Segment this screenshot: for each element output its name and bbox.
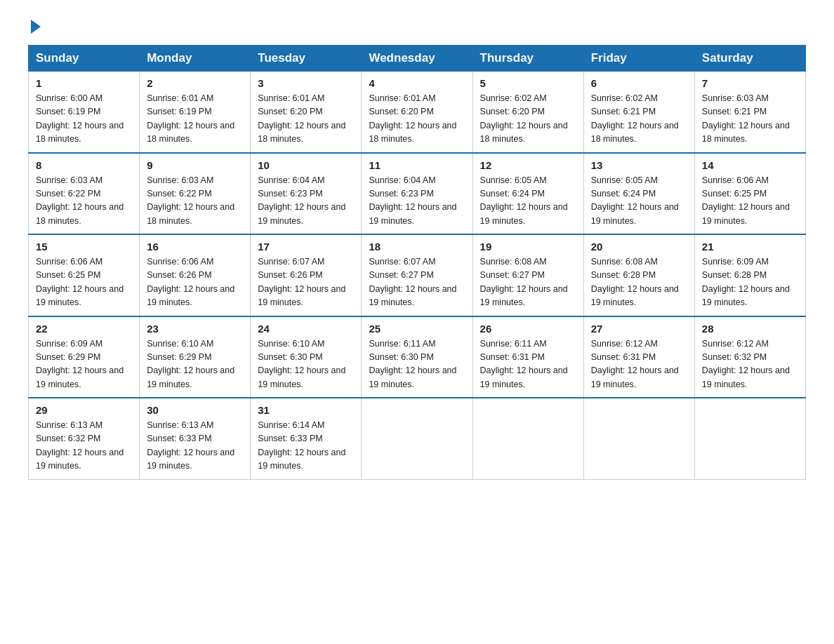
day-number: 31 xyxy=(258,404,354,416)
weekday-header-tuesday: Tuesday xyxy=(251,46,362,72)
weekday-header-row: SundayMondayTuesdayWednesdayThursdayFrid… xyxy=(29,46,806,72)
day-info: Sunrise: 6:08 AM Sunset: 6:27 PM Dayligh… xyxy=(480,255,576,310)
day-info: Sunrise: 6:04 AM Sunset: 6:23 PM Dayligh… xyxy=(258,174,354,229)
weekday-header-sunday: Sunday xyxy=(29,46,140,72)
logo-arrow-icon xyxy=(31,20,41,34)
day-info: Sunrise: 6:06 AM Sunset: 6:25 PM Dayligh… xyxy=(36,255,132,310)
day-info: Sunrise: 6:06 AM Sunset: 6:26 PM Dayligh… xyxy=(147,255,243,310)
day-info: Sunrise: 6:12 AM Sunset: 6:32 PM Dayligh… xyxy=(702,337,798,392)
day-info: Sunrise: 6:03 AM Sunset: 6:22 PM Dayligh… xyxy=(36,174,132,229)
day-info: Sunrise: 6:01 AM Sunset: 6:20 PM Dayligh… xyxy=(369,92,465,147)
weekday-header-wednesday: Wednesday xyxy=(362,46,472,72)
day-number: 8 xyxy=(36,159,132,171)
day-number: 14 xyxy=(702,159,798,171)
calendar-cell xyxy=(694,398,805,479)
calendar-cell: 30 Sunrise: 6:13 AM Sunset: 6:33 PM Dayl… xyxy=(140,398,251,479)
day-number: 16 xyxy=(147,241,243,253)
day-info: Sunrise: 6:01 AM Sunset: 6:19 PM Dayligh… xyxy=(147,92,243,147)
day-number: 24 xyxy=(258,323,354,335)
calendar-cell xyxy=(362,398,472,479)
weekday-header-friday: Friday xyxy=(583,46,694,72)
day-info: Sunrise: 6:09 AM Sunset: 6:28 PM Dayligh… xyxy=(702,255,798,310)
day-number: 11 xyxy=(369,159,465,171)
calendar-cell: 18 Sunrise: 6:07 AM Sunset: 6:27 PM Dayl… xyxy=(362,234,472,316)
day-info: Sunrise: 6:01 AM Sunset: 6:20 PM Dayligh… xyxy=(258,92,354,147)
day-info: Sunrise: 6:10 AM Sunset: 6:29 PM Dayligh… xyxy=(147,337,243,392)
day-info: Sunrise: 6:02 AM Sunset: 6:20 PM Dayligh… xyxy=(480,92,576,147)
day-info: Sunrise: 6:13 AM Sunset: 6:33 PM Dayligh… xyxy=(147,419,243,474)
day-number: 28 xyxy=(702,323,798,335)
day-info: Sunrise: 6:05 AM Sunset: 6:24 PM Dayligh… xyxy=(480,174,576,229)
calendar-week-row: 1 Sunrise: 6:00 AM Sunset: 6:19 PM Dayli… xyxy=(29,72,806,153)
day-info: Sunrise: 6:10 AM Sunset: 6:30 PM Dayligh… xyxy=(258,337,354,392)
day-info: Sunrise: 6:14 AM Sunset: 6:33 PM Dayligh… xyxy=(258,419,354,474)
day-number: 27 xyxy=(591,323,687,335)
calendar-cell: 17 Sunrise: 6:07 AM Sunset: 6:26 PM Dayl… xyxy=(251,234,362,316)
calendar-table: SundayMondayTuesdayWednesdayThursdayFrid… xyxy=(28,45,806,480)
calendar-cell: 29 Sunrise: 6:13 AM Sunset: 6:32 PM Dayl… xyxy=(29,398,140,479)
day-number: 6 xyxy=(591,77,687,89)
calendar-cell: 21 Sunrise: 6:09 AM Sunset: 6:28 PM Dayl… xyxy=(694,234,805,316)
day-number: 10 xyxy=(258,159,354,171)
calendar-cell: 8 Sunrise: 6:03 AM Sunset: 6:22 PM Dayli… xyxy=(29,153,140,235)
calendar-week-row: 22 Sunrise: 6:09 AM Sunset: 6:29 PM Dayl… xyxy=(29,316,806,398)
calendar-cell: 1 Sunrise: 6:00 AM Sunset: 6:19 PM Dayli… xyxy=(29,72,140,153)
calendar-cell: 28 Sunrise: 6:12 AM Sunset: 6:32 PM Dayl… xyxy=(694,316,805,398)
calendar-cell xyxy=(583,398,694,479)
calendar-cell: 9 Sunrise: 6:03 AM Sunset: 6:22 PM Dayli… xyxy=(140,153,251,235)
calendar-cell: 5 Sunrise: 6:02 AM Sunset: 6:20 PM Dayli… xyxy=(472,72,583,153)
day-info: Sunrise: 6:03 AM Sunset: 6:22 PM Dayligh… xyxy=(147,174,243,229)
day-number: 17 xyxy=(258,241,354,253)
day-number: 25 xyxy=(369,323,465,335)
day-info: Sunrise: 6:04 AM Sunset: 6:23 PM Dayligh… xyxy=(369,174,465,229)
calendar-cell: 3 Sunrise: 6:01 AM Sunset: 6:20 PM Dayli… xyxy=(251,72,362,153)
day-number: 19 xyxy=(480,241,576,253)
day-info: Sunrise: 6:07 AM Sunset: 6:27 PM Dayligh… xyxy=(369,255,465,310)
calendar-cell: 31 Sunrise: 6:14 AM Sunset: 6:33 PM Dayl… xyxy=(251,398,362,479)
day-info: Sunrise: 6:13 AM Sunset: 6:32 PM Dayligh… xyxy=(36,419,132,474)
page-header xyxy=(28,21,806,31)
weekday-header-monday: Monday xyxy=(140,46,251,72)
day-info: Sunrise: 6:05 AM Sunset: 6:24 PM Dayligh… xyxy=(591,174,687,229)
day-info: Sunrise: 6:06 AM Sunset: 6:25 PM Dayligh… xyxy=(702,174,798,229)
day-number: 2 xyxy=(147,77,243,89)
calendar-cell: 24 Sunrise: 6:10 AM Sunset: 6:30 PM Dayl… xyxy=(251,316,362,398)
day-number: 22 xyxy=(36,323,132,335)
day-info: Sunrise: 6:09 AM Sunset: 6:29 PM Dayligh… xyxy=(36,337,132,392)
calendar-cell: 12 Sunrise: 6:05 AM Sunset: 6:24 PM Dayl… xyxy=(472,153,583,235)
day-number: 5 xyxy=(480,77,576,89)
calendar-cell: 23 Sunrise: 6:10 AM Sunset: 6:29 PM Dayl… xyxy=(140,316,251,398)
day-info: Sunrise: 6:11 AM Sunset: 6:31 PM Dayligh… xyxy=(480,337,576,392)
day-number: 4 xyxy=(369,77,465,89)
weekday-header-saturday: Saturday xyxy=(694,46,805,72)
day-number: 12 xyxy=(480,159,576,171)
calendar-cell: 6 Sunrise: 6:02 AM Sunset: 6:21 PM Dayli… xyxy=(583,72,694,153)
day-info: Sunrise: 6:12 AM Sunset: 6:31 PM Dayligh… xyxy=(591,337,687,392)
day-number: 18 xyxy=(369,241,465,253)
day-number: 21 xyxy=(702,241,798,253)
calendar-cell: 13 Sunrise: 6:05 AM Sunset: 6:24 PM Dayl… xyxy=(583,153,694,235)
logo xyxy=(28,21,41,31)
weekday-header-thursday: Thursday xyxy=(472,46,583,72)
calendar-cell xyxy=(472,398,583,479)
day-number: 1 xyxy=(36,77,132,89)
calendar-week-row: 8 Sunrise: 6:03 AM Sunset: 6:22 PM Dayli… xyxy=(29,153,806,235)
day-number: 20 xyxy=(591,241,687,253)
calendar-cell: 19 Sunrise: 6:08 AM Sunset: 6:27 PM Dayl… xyxy=(472,234,583,316)
day-info: Sunrise: 6:11 AM Sunset: 6:30 PM Dayligh… xyxy=(369,337,465,392)
day-info: Sunrise: 6:02 AM Sunset: 6:21 PM Dayligh… xyxy=(591,92,687,147)
calendar-cell: 14 Sunrise: 6:06 AM Sunset: 6:25 PM Dayl… xyxy=(694,153,805,235)
calendar-cell: 11 Sunrise: 6:04 AM Sunset: 6:23 PM Dayl… xyxy=(362,153,472,235)
calendar-cell: 20 Sunrise: 6:08 AM Sunset: 6:28 PM Dayl… xyxy=(583,234,694,316)
day-number: 26 xyxy=(480,323,576,335)
day-info: Sunrise: 6:03 AM Sunset: 6:21 PM Dayligh… xyxy=(702,92,798,147)
calendar-week-row: 15 Sunrise: 6:06 AM Sunset: 6:25 PM Dayl… xyxy=(29,234,806,316)
calendar-cell: 25 Sunrise: 6:11 AM Sunset: 6:30 PM Dayl… xyxy=(362,316,472,398)
day-number: 13 xyxy=(591,159,687,171)
day-number: 7 xyxy=(702,77,798,89)
day-info: Sunrise: 6:07 AM Sunset: 6:26 PM Dayligh… xyxy=(258,255,354,310)
day-number: 9 xyxy=(147,159,243,171)
calendar-cell: 7 Sunrise: 6:03 AM Sunset: 6:21 PM Dayli… xyxy=(694,72,805,153)
calendar-cell: 2 Sunrise: 6:01 AM Sunset: 6:19 PM Dayli… xyxy=(140,72,251,153)
calendar-cell: 15 Sunrise: 6:06 AM Sunset: 6:25 PM Dayl… xyxy=(29,234,140,316)
